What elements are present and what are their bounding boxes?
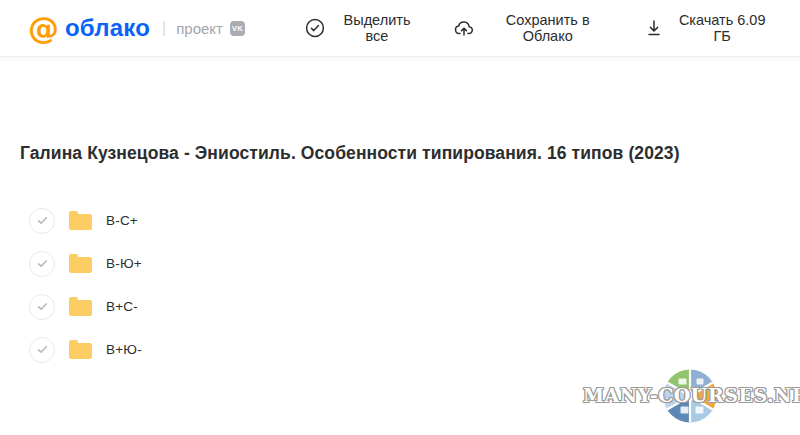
watermark-text: MANY-COURSES.NET [583, 384, 797, 406]
folder-list: В-С+ В-Ю+ В+С- [0, 199, 800, 371]
row-checkbox[interactable] [29, 251, 55, 277]
save-to-cloud-label: Сохранить в Облако [484, 12, 611, 44]
watermark: MANY-COURSES.NET [583, 367, 797, 425]
folder-row[interactable]: В-С+ [0, 199, 800, 242]
download-button[interactable]: Скачать 6.09 ГБ [645, 12, 772, 44]
folder-icon [69, 300, 92, 316]
folder-icon [69, 257, 92, 273]
select-all-button[interactable]: Выделить все [305, 12, 420, 44]
mailru-at-icon: @ [28, 13, 59, 44]
folder-name[interactable]: В+Ю- [106, 342, 142, 357]
globe-logo-icon [664, 370, 717, 423]
folder-row[interactable]: В+Ю- [0, 328, 800, 371]
header: @ облако | проект VK Выделить все Сохран… [0, 0, 800, 57]
cloud-logo[interactable]: @ облако | проект VK [28, 13, 245, 44]
row-checkbox[interactable] [29, 294, 55, 320]
check-circle-icon [305, 18, 325, 38]
cloud-upload-icon [454, 18, 475, 38]
download-icon [645, 18, 663, 38]
row-checkbox[interactable] [29, 208, 55, 234]
download-label: Скачать 6.09 ГБ [672, 12, 772, 44]
folder-icon [69, 214, 92, 230]
vk-logo-icon: VK [230, 21, 245, 36]
folder-name[interactable]: В-Ю+ [106, 256, 142, 271]
brand-name: облако [65, 16, 150, 40]
folder-name[interactable]: В+С- [106, 299, 138, 314]
folder-name[interactable]: В-С+ [106, 213, 138, 228]
save-to-cloud-button[interactable]: Сохранить в Облако [454, 12, 611, 44]
project-label: проект [176, 20, 223, 37]
select-all-label: Выделить все [334, 12, 420, 44]
folder-row[interactable]: В-Ю+ [0, 242, 800, 285]
check-icon [36, 343, 49, 356]
check-icon [36, 214, 49, 227]
header-actions: Выделить все Сохранить в Облако Скачать … [305, 12, 772, 44]
check-icon [36, 257, 49, 270]
check-icon [36, 300, 49, 313]
page-title: Галина Кузнецова - Эниостиль. Особенност… [20, 143, 780, 164]
row-checkbox[interactable] [29, 337, 55, 363]
main-content: Галина Кузнецова - Эниостиль. Особенност… [0, 143, 800, 371]
folder-icon [69, 343, 92, 359]
folder-row[interactable]: В+С- [0, 285, 800, 328]
logo-divider: | [162, 19, 166, 37]
